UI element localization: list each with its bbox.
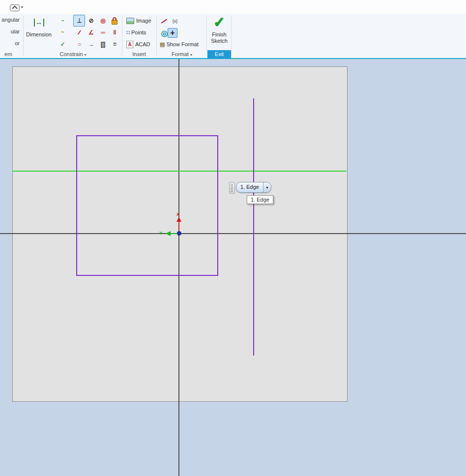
edge-select-button[interactable]: 1. Edge ▼ bbox=[236, 182, 271, 193]
vertical-constraint-icon[interactable]: ‖ bbox=[109, 27, 120, 38]
chevron-down-icon: ▼ bbox=[265, 186, 269, 189]
constraint-settings-icon[interactable]: ✓ bbox=[57, 38, 68, 50]
center-point-button[interactable]: + bbox=[168, 28, 177, 38]
edge-tooltip: 1. Edge bbox=[247, 195, 273, 204]
edge-select-dropdown[interactable]: ▼ bbox=[263, 182, 271, 192]
equal-radius-constraint-icon[interactable]: ○ bbox=[73, 38, 85, 50]
insert-image-button[interactable]: Image bbox=[126, 16, 151, 25]
tangent-constraint-icon[interactable]: ⊘ bbox=[85, 15, 97, 27]
symmetric-constraint-icon[interactable]: [|] bbox=[97, 38, 109, 50]
acad-icon: A bbox=[126, 41, 133, 48]
title-bar: ▾ bbox=[0, 0, 466, 14]
x-axis-line bbox=[0, 233, 466, 234]
finish-check-icon: ✓ bbox=[207, 16, 231, 30]
image-icon bbox=[126, 18, 134, 24]
ribbon-collapse-icon[interactable] bbox=[10, 4, 20, 11]
inventor-sketch-window: ▾ angular ular or ern ↔ Dimension ∙∙ ⊥ ⊘… bbox=[0, 0, 466, 476]
pattern-panel-label: ern bbox=[0, 50, 20, 58]
panel-separator bbox=[156, 16, 157, 56]
insert-acad-button[interactable]: A ACAD bbox=[126, 40, 150, 49]
panel-separator bbox=[23, 16, 24, 56]
ribbon-collapse-caret-icon[interactable]: ▾ bbox=[21, 5, 23, 10]
exit-panel-label[interactable]: Exit bbox=[207, 50, 231, 59]
coincident-constraint-icon[interactable]: ∙∙ bbox=[57, 15, 68, 27]
mini-toolbar-grip[interactable] bbox=[229, 182, 235, 194]
panel-separator bbox=[231, 16, 232, 56]
origin-point[interactable] bbox=[177, 231, 181, 236]
constrain-icon-grid: ∙∙ ⊥ ⊘ ◎ ~ ∕∕ ∠ ═ ‖ ✓ ○ → [|] = bbox=[56, 15, 122, 51]
edge-select-label: 1. Edge bbox=[236, 182, 263, 192]
panel-separator bbox=[206, 16, 207, 56]
origin-y-label: Y bbox=[159, 231, 162, 236]
sketch-vertical-line[interactable] bbox=[253, 98, 254, 356]
origin-y-arrow-icon bbox=[166, 231, 171, 236]
chevron-down-icon: ▾ bbox=[85, 53, 87, 57]
sketch-rectangle[interactable] bbox=[76, 135, 218, 276]
construction-line-button[interactable] bbox=[159, 16, 169, 26]
circular-pattern-button[interactable]: ular bbox=[0, 28, 20, 35]
driven-dimension-icon: {x} bbox=[173, 19, 178, 24]
constrain-panel-label[interactable]: Constrain▾ bbox=[25, 50, 121, 58]
smooth-constraint-icon[interactable]: ~ bbox=[57, 27, 68, 38]
format-panel-label[interactable]: Format▾ bbox=[158, 50, 205, 58]
driven-dimension-button[interactable]: {x} bbox=[170, 16, 180, 26]
lock-constraint-icon[interactable] bbox=[109, 15, 120, 27]
dimension-label: Dimension bbox=[25, 31, 53, 37]
sketch-canvas[interactable]: X Y 1. Edge ▼ 1. Edge bbox=[0, 59, 466, 476]
points-icon: ∷ bbox=[126, 30, 129, 36]
equal-constraint-icon[interactable]: = bbox=[109, 38, 120, 50]
parallel-constraint-icon[interactable]: ∕∕ bbox=[73, 27, 85, 38]
origin-x-label: X bbox=[176, 212, 179, 217]
symmetry-arrow-icon[interactable]: → bbox=[85, 38, 97, 50]
center-point-icon: + bbox=[170, 29, 175, 37]
ribbon: angular ular or ern ↔ Dimension ∙∙ ⊥ ⊘ ◎… bbox=[0, 14, 466, 59]
concentric-constraint-icon[interactable]: ◎ bbox=[97, 15, 109, 27]
perpendicular-constraint-icon[interactable]: ⊥ bbox=[73, 15, 85, 27]
finish-sketch-label: Finish Sketch bbox=[207, 31, 231, 44]
dimension-icon: ↔ bbox=[34, 19, 44, 27]
rectangular-pattern-button[interactable]: angular bbox=[0, 16, 20, 24]
dimension-button[interactable]: ↔ Dimension bbox=[25, 15, 53, 49]
chevron-down-icon: ▾ bbox=[190, 53, 192, 57]
show-format-icon: ▤ bbox=[160, 41, 164, 48]
insert-panel-label: Insert bbox=[123, 50, 155, 58]
horizontal-constraint-icon[interactable]: ═ bbox=[97, 27, 109, 38]
show-format-button[interactable]: ▤ Show Format bbox=[160, 40, 199, 49]
construction-line-icon bbox=[161, 19, 168, 24]
centerline-icon: ◎ bbox=[161, 29, 168, 38]
insert-points-button[interactable]: ∷ Points bbox=[126, 28, 146, 37]
panel-separator bbox=[122, 16, 122, 56]
finish-sketch-button[interactable]: ✓ Finish Sketch bbox=[207, 16, 231, 44]
mirror-button[interactable]: or bbox=[0, 40, 20, 47]
angle-constraint-icon[interactable]: ∠ bbox=[85, 27, 97, 38]
